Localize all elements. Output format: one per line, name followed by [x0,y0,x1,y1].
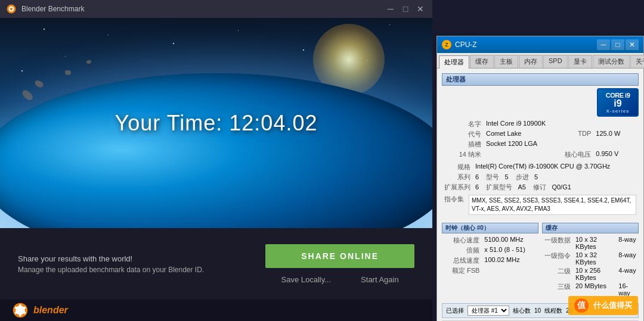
processor-select[interactable]: 处理器 #1 [467,306,509,316]
star [173,43,174,44]
selected-label: 已选择 [446,307,464,315]
multiplier-value: x 51.0 (8 - 51) [482,245,538,255]
l1-data-value: 10 x 32 KBytes [573,235,616,251]
cpuz-title-left: Z CPU-Z [442,40,477,49]
table-row: 三级 20 MBytes 16-way [542,282,639,297]
tab-processor[interactable]: 处理器 [439,55,469,68]
ext-model-value: A5 [518,183,526,191]
star [65,56,66,57]
clock-table: 核心速度 5100.00 MHz 倍频 x 51.0 (8 - 51) 总线速度… [442,235,538,276]
processor-info-block: CORE i9 i9 X-series 名字 Intel Core i9 109… [442,88,639,162]
bottom-panel: Share your results with the world! Manag… [0,228,432,300]
table-row: 额定 FSB [442,266,538,276]
table-row: 14 纳米 核心电压 0.950 V [442,149,639,160]
family-label: 系列 [442,172,473,182]
spec-label: 规格 [442,162,473,172]
cache-table: 一级数据 10 x 32 KBytes 8-way 一级指令 10 x 32 K… [542,235,639,297]
instructions-table: 指令集 MMX, SSE, SSE2, SSE3, SSSE3, SSE4.1,… [442,194,639,219]
tab-memory[interactable]: 内存 [519,55,543,68]
l1-data-label: 一级数据 [542,235,573,251]
star [44,29,45,30]
tab-motherboard[interactable]: 主板 [494,55,518,68]
rated-label: 额定 FSB [442,266,482,276]
watermark: 值 什么值得买 [568,296,638,315]
cpuz-minimize-button[interactable]: ─ [597,39,610,50]
star [238,30,239,31]
table-row: 总线速度 100.02 MHz [442,255,538,266]
save-locally-link[interactable]: Save Locally... [281,275,332,284]
core-speed-label: 核心速度 [442,235,482,245]
cpuz-tab-bar: 处理器 缓存 主板 内存 SPD 显卡 测试分数 关于 [437,53,643,68]
cpuz-title-text: CPU-Z [455,40,477,49]
watermark-symbol: 值 [577,300,586,311]
table-row: 核心速度 5100.00 MHz [442,235,538,245]
l2-label: 二级 [542,266,573,282]
cpuz-close-button[interactable]: ✕ [626,39,639,50]
close-button[interactable]: ✕ [414,3,426,15]
intel-i9-label: i9 [614,99,621,108]
model-label: 型号 [486,173,499,180]
core-count-value: 10 [534,307,541,314]
name-value: Intel Core i9 10900K [484,119,639,129]
table-row: 一级数据 10 x 32 KBytes 8-way [542,235,639,251]
tab-cache[interactable]: 缓存 [470,55,494,68]
instructions-value: MMX, SSE, SSE2, SSE3, SSSE3, SSE4.1, SSE… [466,194,639,219]
revision-label: 修订 [533,183,546,191]
blender-title-icon [6,4,17,14]
code-value: Comet Lake [484,129,546,139]
multiplier-label: 倍频 [442,245,482,255]
l1-data-way: 8-way [616,235,639,251]
table-row: 指令集 MMX, SSE, SSE2, SSE3, SSSE3, SSE4.1,… [442,194,639,219]
stepping-value: 5 [534,173,538,180]
start-again-link[interactable]: Start Again [361,275,399,284]
clock-cache-panels: 时钟（核心 #0） 核心速度 5100.00 MHz 倍频 x 51.0 (8 … [442,223,639,300]
revision-value: Q0/G1 [552,183,571,191]
family-value: 6 [475,173,479,180]
tab-gpu[interactable]: 显卡 [568,55,592,68]
tab-about[interactable]: 关于 [630,55,644,68]
maximize-button[interactable]: □ [400,3,411,15]
planet [0,73,432,228]
ext-family-label: 扩展系列 [442,182,473,192]
table-row: 插槽 Socket 1200 LGA [442,139,639,149]
spec-value: Intel(R) Core(TM) i9-10900K CPU @ 3.70GH… [473,162,639,172]
process-value [484,149,546,160]
l1-inst-label: 一级指令 [542,251,573,266]
cpuz-content: 处理器 CORE i9 i9 X-series 名字 Intel Core i9… [437,68,643,321]
tab-spd[interactable]: SPD [543,55,568,68]
l1-inst-value: 10 x 32 KBytes [573,251,616,266]
table-row: 规格 Intel(R) Core(TM) i9-10900K CPU @ 3.7… [442,162,639,172]
watermark-icon: 值 [574,298,589,313]
share-online-button[interactable]: SHARE ONLINE [265,244,414,268]
voltage-value: 0.950 V [593,149,639,160]
cpuz-icon: Z [442,40,451,49]
blender-logo: blender [12,302,68,319]
code-label: 代号 [442,129,484,139]
blender-window: Blender Benchmark ─ □ ✕ [0,0,432,321]
star [21,70,23,71]
minimize-button[interactable]: ─ [385,3,397,15]
tab-benchmark[interactable]: 测试分数 [593,55,630,68]
table-row: 名字 Intel Core i9 10900K [442,119,639,129]
cpuz-maximize-button[interactable]: □ [611,39,624,50]
l3-value: 20 MBytes [573,282,616,297]
core-count-label: 核心数 [513,307,531,315]
spec-table: 规格 Intel(R) Core(TM) i9-10900K CPU @ 3.7… [442,162,639,192]
titlebar-left: Blender Benchmark [6,4,84,14]
window-controls: ─ □ ✕ [385,3,426,15]
l3-label: 三级 [542,282,573,297]
cache-header: 缓存 [542,223,639,233]
table-row: 倍频 x 51.0 (8 - 51) [442,245,538,255]
watermark-text: 什么值得买 [593,300,632,311]
table-row: 扩展系列 6 扩展型号 A5 修订 Q0/G1 [442,182,639,192]
cpuz-window: Z CPU-Z ─ □ ✕ 处理器 缓存 主板 内存 SPD 显卡 测试分数 关… [436,36,644,321]
blender-logo-icon [12,302,29,319]
svg-point-2 [10,8,13,11]
clock-header: 时钟（核心 #0） [442,223,538,233]
tdp-value: 125.0 W [593,129,639,139]
table-row: 一级指令 10 x 32 KBytes 8-way [542,251,639,266]
model-value: 5 [505,173,509,180]
manage-text: Manage the uploaded benchmark data on yo… [18,266,265,274]
star [389,24,390,25]
bottom-actions: SHARE ONLINE Save Locally... Start Again [265,244,414,284]
